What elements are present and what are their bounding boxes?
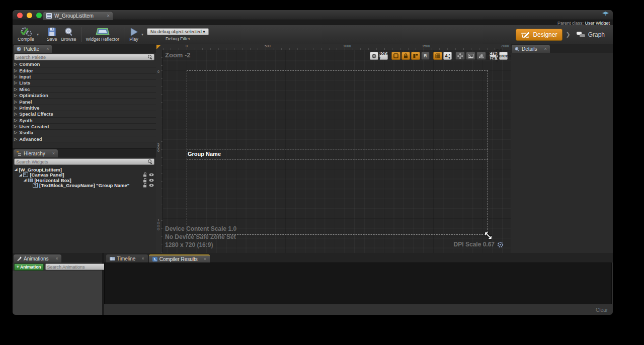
timeline-tab-close-icon[interactable]: ×: [141, 256, 144, 261]
animations-tab-close-icon[interactable]: ×: [55, 256, 58, 261]
flip-preview-button[interactable]: [476, 52, 486, 60]
horizontal-ruler: 0 500 1000 1500 2000: [163, 44, 511, 50]
palette-icon: [17, 47, 22, 51]
grid-snap-size-spinner[interactable]: 4▴▾: [443, 52, 452, 60]
widget-reflector-button[interactable]: Widget Reflector: [84, 26, 122, 43]
expand-arrow-icon[interactable]: ◢: [15, 167, 17, 171]
outline-toggle-button[interactable]: [391, 52, 400, 60]
minimize-window-button[interactable]: [27, 13, 32, 18]
dpi-scale-group: DPI Scale 0.67: [454, 241, 504, 248]
dpi-settings-gear-icon[interactable]: [497, 241, 504, 248]
grid-snap-toggle-button[interactable]: [433, 52, 442, 60]
expand-arrow-icon[interactable]: ◢: [19, 173, 22, 177]
horizontal-box-outline[interactable]: Group Name: [187, 149, 488, 159]
asset-tab-close-icon[interactable]: ×: [107, 13, 110, 19]
animations-icon: [17, 256, 22, 261]
add-animation-button[interactable]: + Animation: [14, 264, 44, 271]
hierarchy-tab[interactable]: Hierarchy×: [14, 149, 58, 157]
graph-mode-button[interactable]: Graph: [574, 29, 608, 40]
asset-tab[interactable]: W_GroupListItem ×: [43, 11, 113, 20]
compiler-results-tab-close-icon[interactable]: ×: [204, 256, 206, 262]
hierarchy-item-root[interactable]: ◢ [W_GroupListItem]: [13, 167, 156, 172]
hierarchy-item-canvas-panel[interactable]: ◢ [Canvas Panel]: [13, 172, 156, 178]
compile-button[interactable]: Compile: [16, 26, 36, 43]
palette-category-optimization[interactable]: ▷Optimization: [13, 93, 156, 99]
design-grid-area[interactable]: Zoom -2 None ▾ R: [163, 50, 511, 253]
raw-edit-toggle-button[interactable]: R: [421, 52, 430, 60]
lock-open-icon[interactable]: [142, 183, 147, 188]
palette-category-user-created[interactable]: ▷User Created: [13, 124, 156, 130]
details-panel: i Details×: [511, 44, 613, 253]
animations-search: [45, 264, 113, 270]
palette-category-primitive[interactable]: ▷Primitive: [13, 105, 156, 111]
palette-tab[interactable]: Palette×: [14, 45, 52, 53]
visibility-eye-icon[interactable]: [149, 183, 154, 188]
palette-search: [14, 54, 154, 60]
timeline-tab[interactable]: Timeline×: [106, 254, 148, 263]
palette-category-xsolla[interactable]: ▷Xsolla: [13, 130, 156, 136]
hierarchy-panel: Hierarchy× ◢ [W_GroupListItem] ◢ [Canvas…: [13, 149, 156, 253]
vertical-ruler: 0 500 1000: [156, 50, 163, 253]
transform-mode-button[interactable]: [455, 52, 465, 60]
play-button[interactable]: Play: [127, 26, 141, 43]
palette-category-advanced[interactable]: ▷Advanced: [13, 136, 156, 142]
palette-category-input[interactable]: ▷Input: [13, 74, 156, 80]
palette-category-misc[interactable]: ▷Misc: [13, 87, 156, 93]
maximize-window-button[interactable]: [36, 13, 42, 18]
details-tab-close-icon[interactable]: ×: [544, 46, 547, 51]
move-cross-icon: [457, 53, 463, 59]
visibility-eye-icon[interactable]: [149, 172, 154, 177]
details-tab[interactable]: i Details×: [512, 45, 550, 53]
hierarchy-item-horizontal-box[interactable]: ◢ [Horizontal Box]: [13, 178, 156, 183]
lock-widgets-button[interactable]: [401, 52, 410, 60]
localization-preview-button[interactable]: [370, 52, 378, 60]
device-info-overlay: Device Content Scale 1.0 No Device Safe …: [165, 225, 236, 249]
expand-arrow-icon[interactable]: ◢: [24, 178, 26, 182]
close-window-button[interactable]: [17, 13, 23, 18]
animations-search-input[interactable]: [47, 265, 106, 270]
text-block-icon: [33, 183, 38, 188]
palette-category-special-effects[interactable]: ▷Special Effects: [13, 111, 156, 117]
respect-locks-button[interactable]: [411, 52, 420, 60]
details-icon: i: [515, 47, 520, 51]
hierarchy-search-input[interactable]: [16, 159, 148, 164]
animations-tab[interactable]: Animations×: [14, 254, 61, 263]
palette-category-editor[interactable]: ▷Editor: [13, 67, 156, 73]
image-icon: [468, 54, 473, 58]
palette-panel: Palette× ▷Common ▷Editor ▷Input ▷Lists ▷…: [13, 44, 156, 148]
flag-dropdown-button[interactable]: None ▾: [379, 52, 388, 60]
clear-log-button[interactable]: Clear: [596, 307, 608, 313]
play-icon: [129, 27, 139, 37]
browse-button[interactable]: Browse: [59, 26, 78, 43]
debug-object-dropdown[interactable]: No debug object selected ▾: [147, 28, 209, 35]
palette-search-input[interactable]: [16, 55, 148, 60]
resize-handle-icon[interactable]: [484, 231, 493, 240]
compiler-results-icon: [152, 257, 157, 262]
group-name-textblock[interactable]: Group Name: [188, 151, 221, 157]
save-button[interactable]: Save: [45, 26, 59, 43]
designer-mode-button[interactable]: Designer: [516, 29, 562, 41]
compiler-results-tab[interactable]: Compiler Results×: [149, 254, 210, 263]
visibility-eye-icon[interactable]: [149, 178, 154, 183]
lock-open-icon[interactable]: [142, 178, 147, 183]
main-toolbar: Compile ▾ Save Browse Wi: [13, 25, 613, 44]
tutorial-cap-icon[interactable]: [602, 12, 609, 16]
bottom-dock: Animations× + Animation Timeline×: [13, 253, 613, 315]
fill-screen-dropdown[interactable]: Fill Screen ▾: [499, 52, 508, 60]
preview-background-button[interactable]: [466, 52, 475, 60]
play-options-caret-icon[interactable]: ▾: [141, 32, 143, 37]
palette-category-common[interactable]: ▷Common: [13, 61, 156, 67]
outline-box-icon: [393, 53, 398, 58]
palette-category-synth[interactable]: ▷Synth: [13, 118, 156, 124]
hierarchy-item-textblock-groupname[interactable]: [TextBlock_GroupName] "Group Name": [13, 183, 156, 189]
compile-options-caret-icon[interactable]: ▾: [37, 32, 39, 37]
animations-panel: Animations× + Animation: [13, 253, 102, 315]
hierarchy-tab-close-icon[interactable]: ×: [52, 151, 55, 156]
palette-tab-close-icon[interactable]: ×: [46, 46, 49, 51]
lock-open-icon[interactable]: [142, 172, 147, 177]
designer-viewport[interactable]: 0 500 1000 1500 2000 0 500 1000 Zoom -2 …: [156, 44, 511, 253]
palette-category-panel[interactable]: ▷Panel: [13, 99, 156, 105]
palette-category-lists[interactable]: ▷Lists: [13, 80, 156, 86]
zoom-level-label: Zoom -2: [165, 51, 191, 59]
compiler-results-log[interactable]: [104, 263, 612, 304]
